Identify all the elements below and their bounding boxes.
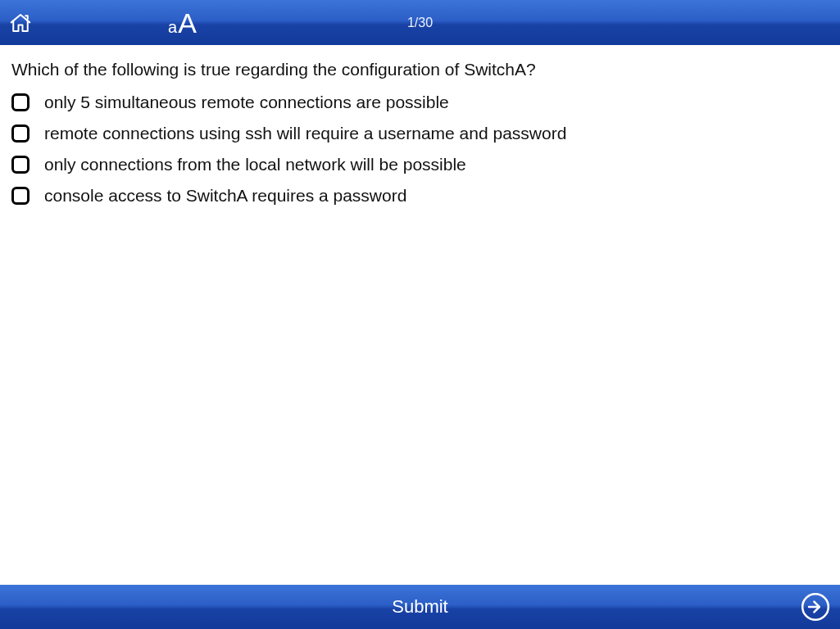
home-icon: [8, 11, 33, 35]
question-content: Which of the following is true regarding…: [0, 45, 840, 585]
home-button[interactable]: [7, 9, 34, 37]
top-bar: aA 1/30: [0, 0, 840, 45]
option-label: only connections from the local network …: [44, 155, 466, 174]
option-row[interactable]: only connections from the local network …: [11, 155, 829, 174]
option-row[interactable]: console access to SwitchA requires a pas…: [11, 186, 829, 206]
options-list: only 5 simultaneous remote connections a…: [11, 93, 829, 206]
next-button[interactable]: [799, 591, 832, 623]
option-row[interactable]: remote connections using ssh will requir…: [11, 124, 829, 143]
submit-button[interactable]: Submit: [392, 596, 447, 618]
arrow-right-circle-icon: [800, 591, 831, 622]
checkbox-icon[interactable]: [11, 124, 30, 143]
font-size-button[interactable]: aA: [168, 7, 197, 38]
option-label: remote connections using ssh will requir…: [44, 124, 566, 143]
progress-indicator: 1/30: [407, 16, 433, 30]
option-label: only 5 simultaneous remote connections a…: [44, 93, 449, 112]
font-size-small-a: a: [168, 17, 177, 36]
font-size-big-a: A: [178, 7, 197, 38]
question-text: Which of the following is true regarding…: [11, 60, 829, 79]
checkbox-icon[interactable]: [11, 156, 30, 174]
option-row[interactable]: only 5 simultaneous remote connections a…: [11, 93, 829, 112]
option-label: console access to SwitchA requires a pas…: [44, 186, 406, 206]
bottom-bar: Submit: [0, 585, 840, 629]
checkbox-icon[interactable]: [11, 187, 30, 205]
checkbox-icon[interactable]: [11, 93, 30, 111]
